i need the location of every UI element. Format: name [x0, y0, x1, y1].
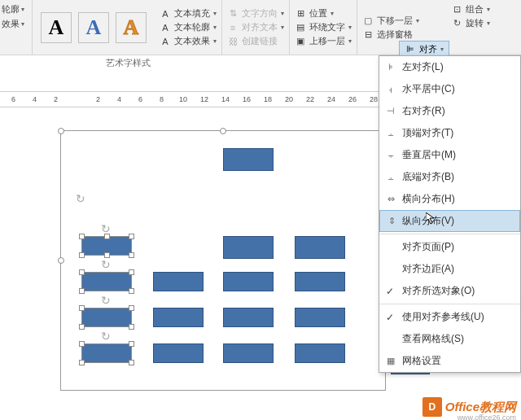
- align-selected-item[interactable]: ✓对齐所选对象(O): [379, 280, 520, 302]
- align-center-h-item[interactable]: ⫞水平居中(C): [379, 78, 520, 100]
- shape-rect[interactable]: [295, 308, 345, 327]
- ribbon-left-fragment: 轮廓▾ 效果▾: [0, 0, 33, 55]
- text-outline-icon: A: [160, 22, 171, 33]
- align-bottom-icon: ⫠: [384, 173, 397, 182]
- shape-rect-selected[interactable]: ↻: [81, 236, 132, 256]
- distribute-v-item[interactable]: ⇕纵向分布(V): [379, 210, 520, 232]
- shape-outline-button[interactable]: 轮廓▾: [2, 3, 30, 15]
- shape-rect-selected[interactable]: ↻: [81, 343, 132, 363]
- text-layout-group: ⇅文字方向▾ ≡对齐文本▾ ⛓创建链接: [222, 0, 290, 55]
- grid-settings-item[interactable]: ▦网格设置: [379, 350, 520, 372]
- align-right-icon: ⊣: [384, 106, 397, 116]
- align-text-button: ≡对齐文本▾: [227, 21, 284, 33]
- rotation-handle-icon[interactable]: ↻: [76, 192, 87, 203]
- group-icon: ⊡: [451, 4, 462, 15]
- shape-rect[interactable]: [153, 343, 204, 363]
- group-button[interactable]: ⊡组合▾: [451, 3, 490, 15]
- wordart-style-2[interactable]: A: [78, 12, 109, 43]
- distribute-h-icon: ⇔: [384, 194, 397, 204]
- watermark-text: Office教程网: [445, 400, 516, 415]
- rotate-icon: ↻: [451, 18, 462, 29]
- shape-rect[interactable]: [295, 343, 345, 363]
- watermark-badge: D: [422, 397, 442, 417]
- distribute-h-item[interactable]: ⇔横向分布(H): [379, 188, 520, 210]
- shape-rect[interactable]: [295, 272, 345, 291]
- text-effect-icon: A: [160, 36, 171, 47]
- shape-rect[interactable]: [223, 148, 274, 171]
- text-fill-icon: A: [160, 8, 171, 20]
- text-outline-button[interactable]: A文本轮廓▾: [160, 21, 217, 33]
- shape-effect-button[interactable]: 效果▾: [2, 18, 30, 30]
- rotation-handle-icon[interactable]: ↻: [101, 258, 112, 269]
- text-effect-button[interactable]: A文本效果▾: [160, 35, 217, 47]
- wordart-group-label: 艺术字样式: [106, 57, 151, 69]
- rotation-handle-icon[interactable]: ↻: [101, 222, 112, 234]
- text-direction-button: ⇅文字方向▾: [227, 7, 284, 20]
- send-backward-button[interactable]: ▢下移一层▾: [362, 15, 419, 27]
- align-right-item[interactable]: ⊣右对齐(R): [379, 100, 520, 122]
- bring-forward-button[interactable]: ▣上移一层▾: [295, 35, 352, 47]
- align-top-item[interactable]: ⫠顶端对齐(T): [379, 122, 520, 144]
- distribute-v-icon: ⇕: [385, 216, 398, 226]
- align-bottom-item[interactable]: ⫠底端对齐(B): [379, 166, 520, 188]
- align-text-icon: ≡: [227, 22, 239, 33]
- selection-pane-icon: ⊟: [362, 28, 374, 40]
- align-dropdown-menu: ⊧左对齐(L) ⫞水平居中(C) ⊣右对齐(R) ⫠顶端对齐(T) ⫟垂直居中(…: [379, 55, 521, 373]
- align-icon: ⊫: [405, 44, 416, 55]
- shape-rect-selected[interactable]: ↻: [81, 272, 132, 291]
- check-icon: ✓: [386, 312, 394, 323]
- view-gridlines-item[interactable]: 查看网格线(S): [379, 328, 520, 350]
- shape-rect[interactable]: [223, 343, 274, 363]
- align-middle-v-icon: ⫟: [384, 151, 397, 160]
- text-style-group: A文本填充▾ A文本轮廓▾ A文本效果▾: [155, 0, 222, 55]
- shape-rect[interactable]: [223, 308, 274, 327]
- wordart-style-1[interactable]: A: [41, 12, 72, 43]
- check-icon: ✓: [386, 286, 394, 297]
- align-middle-v-item[interactable]: ⫟垂直居中(M): [379, 144, 520, 166]
- send-backward-icon: ▢: [362, 15, 374, 26]
- align-center-h-icon: ⫞: [384, 85, 397, 94]
- shape-rect[interactable]: [223, 236, 274, 259]
- position-icon: ⊞: [295, 8, 306, 20]
- align-left-item[interactable]: ⊧左对齐(L): [379, 56, 520, 78]
- cursor-icon: [426, 212, 437, 228]
- shape-rect[interactable]: [295, 236, 345, 259]
- selection-pane-button[interactable]: ⊟选择窗格: [362, 28, 419, 41]
- watermark-url: www.office26.com: [458, 413, 516, 420]
- shape-rect-selected[interactable]: ↻: [81, 308, 132, 327]
- align-left-icon: ⊧: [384, 62, 397, 72]
- wordart-styles-group: A A A: [33, 0, 155, 55]
- wrap-icon: ▤: [295, 22, 306, 33]
- grid-icon: ▦: [384, 356, 397, 366]
- rotation-handle-icon[interactable]: ↻: [101, 330, 112, 341]
- wrap-text-button[interactable]: ▤环绕文字▾: [295, 21, 352, 33]
- shape-rect[interactable]: [153, 308, 204, 327]
- text-direction-icon: ⇅: [227, 8, 239, 20]
- create-link-button: ⛓创建链接: [227, 35, 284, 47]
- link-icon: ⛓: [227, 36, 239, 47]
- wordart-style-3[interactable]: A: [116, 12, 147, 43]
- rotation-handle-icon[interactable]: ↻: [101, 294, 112, 305]
- arrange-group-1: ⊞位置▾ ▤环绕文字▾ ▣上移一层▾: [290, 0, 357, 55]
- shape-rect[interactable]: [153, 272, 204, 291]
- text-fill-button[interactable]: A文本填充▾: [160, 7, 217, 20]
- align-margin-item[interactable]: 对齐边距(A): [379, 258, 520, 280]
- align-top-icon: ⫠: [384, 129, 397, 138]
- arrange-group-3: ⊡组合▾ ↻旋转▾: [451, 3, 490, 29]
- bring-forward-icon: ▣: [295, 36, 306, 47]
- use-guides-item[interactable]: ✓使用对齐参考线(U): [379, 306, 520, 328]
- align-page-item[interactable]: 对齐页面(P): [379, 236, 520, 258]
- position-button[interactable]: ⊞位置▾: [295, 7, 352, 20]
- shape-rect[interactable]: [223, 272, 274, 291]
- rotate-button[interactable]: ↻旋转▾: [451, 17, 490, 29]
